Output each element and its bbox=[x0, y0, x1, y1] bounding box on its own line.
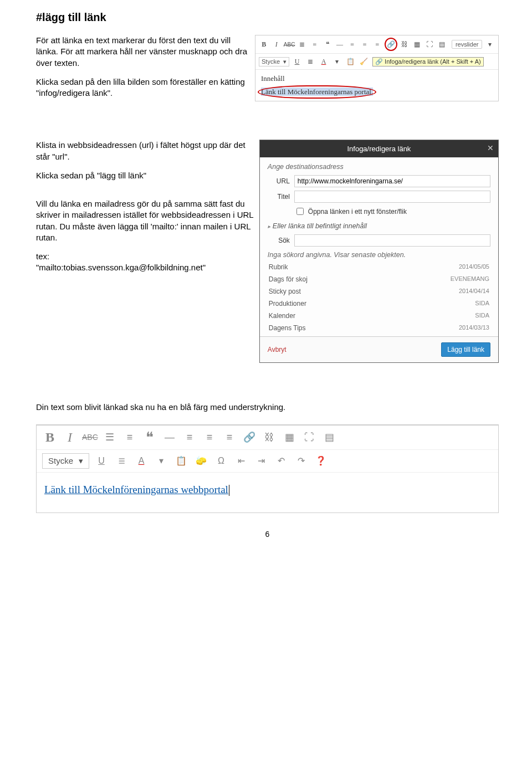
color-chevron-icon[interactable]: ▾ bbox=[331, 56, 342, 67]
text-cursor bbox=[229, 485, 229, 496]
format-select[interactable]: Stycke▾ bbox=[42, 453, 89, 469]
list-item[interactable]: Dags för skojEVENEMANG bbox=[268, 273, 490, 285]
more-icon[interactable]: ▦ bbox=[412, 39, 422, 50]
italic-icon[interactable]: I bbox=[272, 39, 282, 50]
result-paragraph: Din text som blivit länkad ska nu ha en … bbox=[36, 402, 499, 413]
underline-icon[interactable]: U bbox=[94, 456, 109, 466]
close-icon[interactable]: ✕ bbox=[487, 144, 494, 152]
unlink-icon[interactable]: ⛓ bbox=[400, 39, 410, 50]
paragraph-2: Klicka sedan på den lilla bilden som för… bbox=[36, 76, 249, 99]
chevron-down-icon[interactable]: ▾ bbox=[484, 39, 495, 50]
justify-icon[interactable]: ≣ bbox=[305, 56, 316, 67]
page-title: #lägg till länk bbox=[36, 11, 499, 24]
paragraph-6: tex:"mailto:tobias.svensson.kga@folkbild… bbox=[36, 251, 254, 274]
list-item[interactable]: ProduktionerSIDA bbox=[268, 298, 490, 310]
clear-format-icon[interactable]: 🧽 bbox=[193, 455, 209, 466]
align-left-icon[interactable]: ≡ bbox=[182, 432, 197, 443]
more-icon[interactable]: ▦ bbox=[282, 431, 297, 443]
quote-icon[interactable]: ❝ bbox=[142, 429, 157, 446]
linked-text[interactable]: Länk till Möckelnföreningarnas webbporta… bbox=[44, 484, 228, 495]
number-list-icon[interactable]: ≡ bbox=[122, 432, 137, 443]
paragraph-1: För att länka en text markerar du först … bbox=[36, 35, 249, 69]
title-label: Titel bbox=[268, 193, 290, 201]
link-icon[interactable]: 🔗 bbox=[385, 38, 397, 51]
bullet-list-icon[interactable]: ≣ bbox=[297, 39, 308, 50]
special-char-icon[interactable]: Ω bbox=[213, 456, 229, 466]
link-tooltip: 🔗 Infoga/redigera länk (Alt + Skift + A) bbox=[372, 57, 484, 66]
fullscreen-icon[interactable]: ⛶ bbox=[301, 432, 317, 443]
newtab-label: Öppna länken i ett nytt fönster/flik bbox=[308, 208, 407, 216]
align-center-icon[interactable]: ≡ bbox=[360, 39, 370, 50]
list-item[interactable]: Dagens Tips2014/03/13 bbox=[268, 322, 490, 334]
redo-icon[interactable]: ↷ bbox=[293, 455, 309, 466]
paragraph-4: Klicka sedan på "lägg till länk" bbox=[36, 170, 254, 181]
dialog-title: Infoga/redigera länk bbox=[347, 145, 411, 153]
results-info: Inga sökord angivna. Visar senaste objek… bbox=[268, 251, 490, 259]
kitchen-sink-icon[interactable]: ▤ bbox=[321, 431, 337, 443]
outdent-icon[interactable]: ⇤ bbox=[233, 455, 249, 466]
selected-link-text[interactable]: Länk till Möckelnforeningarnas portal. bbox=[261, 88, 373, 96]
align-right-icon[interactable]: ≡ bbox=[222, 432, 237, 443]
url-input[interactable] bbox=[294, 175, 490, 187]
existing-content-toggle[interactable]: ▸ Eller länka till befintligt innehåll bbox=[268, 222, 490, 230]
paste-text-icon[interactable]: 📋 bbox=[173, 455, 189, 466]
strikethrough-icon[interactable]: ABC bbox=[284, 39, 295, 50]
results-list: Rubrik2014/05/05 Dags för skojEVENEMANG … bbox=[268, 261, 490, 334]
revslider-button[interactable]: revslider bbox=[452, 40, 483, 49]
bold-icon[interactable]: B bbox=[42, 430, 58, 445]
link-icon[interactable]: 🔗 bbox=[242, 431, 257, 443]
hr-icon[interactable]: — bbox=[162, 432, 177, 443]
list-item[interactable]: Rubrik2014/05/05 bbox=[268, 261, 490, 273]
textcolor-icon[interactable]: A bbox=[318, 56, 329, 67]
title-input[interactable] bbox=[294, 191, 490, 203]
url-label: URL bbox=[268, 177, 290, 185]
list-item[interactable]: Sticky post2014/04/14 bbox=[268, 285, 490, 298]
textcolor-icon[interactable]: A bbox=[134, 456, 149, 466]
paste-text-icon[interactable]: 📋 bbox=[345, 56, 356, 67]
indent-icon[interactable]: ⇥ bbox=[253, 455, 269, 466]
search-label: Sök bbox=[268, 237, 290, 244]
justify-icon[interactable]: ≣ bbox=[114, 455, 129, 466]
page-number: 6 bbox=[36, 530, 499, 539]
list-item[interactable]: KalenderSIDA bbox=[268, 310, 490, 322]
paragraph-3: Klista in webbsideadressen (url) i fälte… bbox=[36, 140, 254, 162]
newtab-checkbox[interactable] bbox=[296, 208, 304, 215]
cancel-button[interactable]: Avbryt bbox=[268, 346, 287, 353]
unlink-icon[interactable]: ⛓ bbox=[262, 432, 277, 443]
paragraph-5: Vill du länka en mailadress gör du på sa… bbox=[36, 198, 254, 243]
number-list-icon[interactable]: ≡ bbox=[310, 39, 320, 50]
dialog-title-bar: Infoga/redigera länk ✕ bbox=[260, 140, 498, 157]
clear-format-icon[interactable]: 🧹 bbox=[358, 56, 369, 67]
add-link-button[interactable]: Lägg till länk bbox=[441, 342, 490, 357]
align-right-icon[interactable]: ≡ bbox=[372, 39, 383, 50]
help-icon[interactable]: ❓ bbox=[313, 455, 329, 466]
underline-icon[interactable]: U bbox=[291, 56, 303, 67]
fullscreen-icon[interactable]: ⛶ bbox=[424, 39, 435, 50]
editor-heading: Innehåll bbox=[261, 74, 493, 83]
italic-icon[interactable]: I bbox=[62, 430, 78, 445]
undo-icon[interactable]: ↶ bbox=[273, 455, 289, 466]
hr-icon[interactable]: — bbox=[335, 39, 345, 50]
dialog-hint: Ange destinationsadress bbox=[268, 163, 490, 171]
kitchen-sink-icon[interactable]: ▤ bbox=[437, 39, 447, 50]
triangle-icon: ▸ bbox=[268, 223, 270, 229]
format-select[interactable]: Stycke▾ bbox=[259, 57, 289, 66]
align-left-icon[interactable]: ≡ bbox=[347, 39, 357, 50]
bullet-list-icon[interactable]: ☰ bbox=[102, 431, 117, 443]
insert-link-dialog: Infoga/redigera länk ✕ Ange destinations… bbox=[259, 140, 499, 363]
color-chevron-icon[interactable]: ▾ bbox=[154, 455, 169, 466]
quote-icon[interactable]: ❝ bbox=[322, 39, 332, 50]
strikethrough-icon[interactable]: ABC bbox=[82, 433, 98, 442]
search-input[interactable] bbox=[294, 234, 490, 247]
bold-icon[interactable]: B bbox=[259, 39, 269, 50]
editor-result-screenshot: B I ABC ☰ ≡ ❝ — ≡ ≡ ≡ 🔗 ⛓ ▦ ⛶ ▤ Stycke▾ … bbox=[36, 424, 499, 514]
editor-toolbar-screenshot: B I ABC ≣ ≡ ❝ — ≡ ≡ ≡ 🔗 ⛓ ▦ ⛶ ▤ revslide… bbox=[255, 35, 499, 101]
align-center-icon[interactable]: ≡ bbox=[202, 432, 217, 443]
